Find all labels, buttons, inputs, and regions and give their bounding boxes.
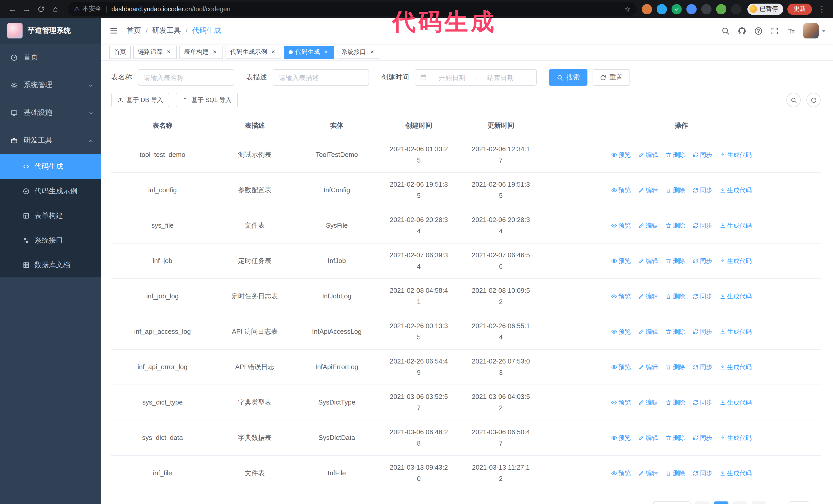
generate-code-link[interactable]: 生成代码	[719, 432, 752, 443]
edit-link[interactable]: 编辑	[638, 361, 658, 373]
generate-code-link[interactable]: 生成代码	[719, 220, 752, 231]
sidebar-item-form-builder[interactable]: 表单构建	[0, 203, 101, 228]
extension-icon[interactable]	[731, 4, 741, 14]
search-icon[interactable]	[717, 18, 734, 44]
generate-code-link[interactable]: 生成代码	[719, 326, 752, 337]
sync-link[interactable]: 同步	[692, 185, 712, 196]
forward-icon[interactable]: →	[20, 4, 34, 14]
preview-link[interactable]: 预览	[611, 291, 631, 302]
generate-code-link[interactable]: 生成代码	[719, 291, 752, 302]
start-date-input[interactable]	[430, 74, 474, 81]
edit-link[interactable]: 编辑	[638, 291, 658, 302]
sync-link[interactable]: 同步	[692, 291, 712, 302]
edit-link[interactable]: 编辑	[638, 326, 658, 337]
page-button-2[interactable]: 2	[733, 501, 747, 504]
generate-code-link[interactable]: 生成代码	[719, 149, 752, 161]
delete-link[interactable]: 删除	[665, 361, 685, 373]
extension-icon[interactable]	[686, 4, 697, 14]
address-bar[interactable]: ⚠ 不安全 | dashboard.yudao.iocoder.cn /tool…	[68, 2, 637, 16]
delete-link[interactable]: 删除	[665, 467, 685, 479]
table-name-input[interactable]	[138, 69, 234, 86]
security-label[interactable]: 不安全	[82, 5, 101, 13]
table-desc-input[interactable]	[273, 69, 369, 86]
generate-code-link[interactable]: 生成代码	[719, 397, 752, 408]
breadcrumb-home[interactable]: 首页	[127, 26, 141, 35]
sync-link[interactable]: 同步	[692, 361, 712, 373]
delete-link[interactable]: 删除	[665, 185, 685, 196]
end-date-input[interactable]	[478, 74, 523, 81]
tab-home[interactable]: 首页	[109, 45, 131, 59]
bookmark-star-icon[interactable]: ☆	[624, 5, 630, 13]
preview-link[interactable]: 预览	[611, 467, 631, 479]
home-icon[interactable]: ⌂	[48, 4, 63, 14]
sync-link[interactable]: 同步	[692, 220, 712, 231]
delete-link[interactable]: 删除	[665, 291, 685, 302]
tab-close-icon[interactable]: ×	[270, 48, 277, 56]
sync-link[interactable]: 同步	[692, 397, 712, 408]
prev-page-button[interactable]: ‹	[695, 501, 710, 504]
delete-link[interactable]: 删除	[665, 220, 685, 231]
browser-update-button[interactable]: 更新	[787, 3, 812, 15]
sidebar-item-system-api[interactable]: 系统接口	[0, 228, 101, 253]
delete-link[interactable]: 删除	[665, 432, 685, 443]
preview-link[interactable]: 预览	[611, 432, 631, 443]
sidebar-item-codegen[interactable]: 代码生成	[0, 154, 101, 179]
search-button[interactable]: 搜索	[549, 69, 588, 86]
back-icon[interactable]: ←	[5, 4, 20, 14]
preview-link[interactable]: 预览	[611, 397, 631, 408]
sidebar-toggle[interactable]	[101, 26, 127, 35]
avatar-caret-icon[interactable]	[822, 29, 826, 32]
edit-link[interactable]: 编辑	[638, 467, 658, 479]
tab-close-icon[interactable]: ×	[323, 48, 330, 56]
tab-close-icon[interactable]: ×	[211, 48, 218, 56]
delete-link[interactable]: 删除	[665, 397, 685, 408]
sidebar-item-devtools[interactable]: 研发工具	[0, 127, 101, 154]
next-page-button[interactable]: ›	[752, 501, 766, 504]
edit-link[interactable]: 编辑	[638, 255, 658, 267]
edit-link[interactable]: 编辑	[638, 220, 658, 231]
page-size-select[interactable]: 10条/页 ▾	[653, 501, 690, 504]
goto-page-input[interactable]	[789, 501, 809, 504]
sidebar-item-infra[interactable]: 基础设施	[0, 99, 101, 127]
extension-icon[interactable]	[701, 4, 712, 14]
sync-link[interactable]: 同步	[692, 432, 712, 443]
sync-link[interactable]: 同步	[692, 255, 712, 267]
sync-link[interactable]: 同步	[692, 149, 712, 161]
preview-link[interactable]: 预览	[611, 255, 631, 267]
date-range-picker[interactable]: -	[415, 69, 537, 86]
generate-code-link[interactable]: 生成代码	[719, 185, 752, 196]
extension-icon[interactable]	[716, 4, 727, 14]
tab-system-api[interactable]: 系统接口 ×	[337, 45, 380, 59]
sync-link[interactable]: 同步	[692, 326, 712, 337]
font-size-icon[interactable]	[783, 18, 799, 44]
tab-codegen-example[interactable]: 代码生成示例 ×	[225, 45, 281, 59]
tab-codegen[interactable]: 代码生成 ×	[284, 45, 334, 59]
extension-icon[interactable]	[671, 4, 682, 14]
generate-code-link[interactable]: 生成代码	[719, 467, 752, 479]
fullscreen-icon[interactable]	[766, 18, 783, 44]
breadcrumb-devtools[interactable]: 研发工具	[152, 26, 181, 35]
delete-link[interactable]: 删除	[665, 255, 685, 267]
tab-tracing[interactable]: 链路追踪 ×	[133, 45, 177, 59]
preview-link[interactable]: 预览	[611, 326, 631, 337]
extension-icon[interactable]	[657, 4, 667, 14]
user-avatar[interactable]	[803, 23, 819, 39]
extension-icon[interactable]	[642, 4, 652, 14]
tab-form-builder[interactable]: 表单构建 ×	[180, 45, 223, 59]
reload-icon[interactable]	[34, 4, 48, 14]
sidebar-item-system[interactable]: 系统管理	[0, 71, 101, 99]
import-db-button[interactable]: 基于 DB 导入	[111, 93, 169, 107]
edit-link[interactable]: 编辑	[638, 397, 658, 408]
edit-link[interactable]: 编辑	[638, 432, 658, 443]
github-icon[interactable]	[734, 18, 750, 44]
sidebar-item-db-docs[interactable]: 数据库文档	[0, 253, 101, 278]
edit-link[interactable]: 编辑	[638, 149, 658, 161]
browser-menu-icon[interactable]: ⋮	[816, 4, 828, 14]
edit-link[interactable]: 编辑	[638, 185, 658, 196]
app-logo[interactable]: 芋道管理系统	[0, 18, 101, 44]
toggle-search-button[interactable]	[786, 93, 801, 107]
preview-link[interactable]: 预览	[611, 185, 631, 196]
delete-link[interactable]: 删除	[665, 326, 685, 337]
generate-code-link[interactable]: 生成代码	[719, 361, 752, 373]
page-button-1[interactable]: 1	[714, 501, 729, 504]
